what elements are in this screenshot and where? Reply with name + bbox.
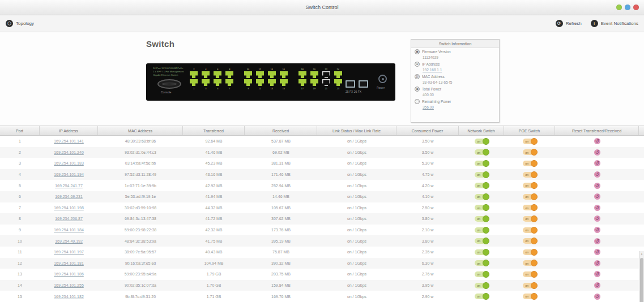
- reset-transferred-received-button[interactable]: ↺: [594, 215, 600, 222]
- ip-address-link[interactable]: 169.254.101.141: [54, 139, 84, 143]
- poe-switch-toggle[interactable]: on: [523, 139, 537, 144]
- network-switch-toggle[interactable]: on: [475, 216, 489, 222]
- info-item-value: 400.00: [423, 93, 496, 97]
- toggle-label: on: [477, 239, 481, 243]
- ip-address-link[interactable]: 169.254.241.77: [55, 184, 83, 188]
- info-item-total-power: ◉Total Power400.00: [411, 85, 499, 97]
- cell-received: 75.87 MB: [245, 247, 317, 258]
- ip-address-link[interactable]: 169.254.101.255: [54, 283, 84, 287]
- ip-address-link[interactable]: 169.254.69.231: [55, 195, 83, 199]
- cell-link-status: on / 1Gbps: [317, 202, 396, 214]
- reset-transferred-received-button[interactable]: ↺: [594, 294, 600, 300]
- poe-switch-toggle[interactable]: on: [523, 271, 537, 277]
- network-switch-toggle[interactable]: on: [475, 149, 489, 155]
- scroll-up-arrow[interactable]: ▲: [639, 251, 644, 256]
- network-switch-toggle[interactable]: on: [475, 238, 489, 244]
- poe-switch-toggle[interactable]: on: [523, 183, 537, 188]
- rj45-port-icon: [280, 71, 288, 78]
- ip-address-link[interactable]: 169.254.101.186: [54, 272, 84, 276]
- reset-transferred-received-button[interactable]: ↺: [594, 227, 600, 233]
- toggle-knob: [483, 293, 489, 300]
- ip-address-link[interactable]: 169.254.101.183: [54, 161, 84, 165]
- maximize-button[interactable]: [625, 5, 630, 10]
- ip-address-link[interactable]: 169.254.49.192: [55, 239, 83, 243]
- ip-address-link[interactable]: 169.254.101.181: [54, 261, 84, 265]
- poe-switch-toggle[interactable]: on: [523, 227, 537, 233]
- info-item-mac-address: @MAC Address33-03-b4-13-b5-f5: [411, 73, 499, 84]
- reset-transferred-received-button[interactable]: ↺: [594, 138, 600, 144]
- rj45-port-icon: [202, 79, 210, 86]
- cell-received: 173.76 MB: [245, 225, 317, 236]
- poe-switch-toggle[interactable]: on: [523, 194, 537, 200]
- network-switch-toggle[interactable]: on: [475, 294, 489, 299]
- network-switch-toggle[interactable]: on: [475, 161, 489, 166]
- ip-address-link[interactable]: 169.254.101.182: [54, 295, 84, 299]
- reset-transferred-received-button[interactable]: ↺: [594, 271, 600, 277]
- poe-switch-toggle[interactable]: on: [523, 249, 537, 255]
- reset-transferred-received-button[interactable]: ↺: [594, 183, 600, 189]
- poe-switch-toggle[interactable]: on: [523, 238, 537, 244]
- network-switch-toggle[interactable]: on: [475, 283, 489, 288]
- poe-switch-toggle[interactable]: on: [523, 161, 537, 166]
- toggle-knob: [483, 149, 489, 156]
- topology-button[interactable]: ⬡ Topology: [6, 20, 34, 27]
- event-notifications-button[interactable]: i Event Notifications: [591, 20, 638, 27]
- reset-transferred-received-button[interactable]: ↺: [594, 260, 600, 266]
- minimize-button[interactable]: [616, 5, 622, 10]
- reset-transferred-received-button[interactable]: ↺: [594, 149, 600, 156]
- refresh-button[interactable]: ⟳ Refresh: [556, 20, 582, 27]
- network-switch-toggle[interactable]: on: [475, 271, 489, 277]
- toggle-label: on: [477, 162, 481, 165]
- switch-information-panel: Switch Information ▣Firmware Version1112…: [411, 39, 500, 123]
- ip-address-link[interactable]: 169.254.101.197: [54, 250, 84, 254]
- vertical-scrollbar[interactable]: ▲: [639, 251, 644, 302]
- reset-transferred-received-button[interactable]: ↺: [594, 238, 600, 244]
- reset-transferred-received-button[interactable]: ↺: [594, 160, 600, 166]
- network-switch-toggle[interactable]: on: [475, 227, 489, 233]
- rj45-port-icon: [225, 79, 233, 86]
- toggle-knob: [531, 149, 538, 156]
- close-button[interactable]: [633, 5, 639, 10]
- reset-transferred-received-button[interactable]: ↺: [594, 282, 600, 288]
- network-switch-toggle[interactable]: on: [475, 194, 489, 200]
- network-switch-toggle[interactable]: on: [475, 260, 489, 266]
- ip-address-link[interactable]: 169.254.101.198: [54, 206, 84, 210]
- poe-switch-toggle[interactable]: on: [523, 149, 537, 155]
- info-item-value[interactable]: 356.00: [423, 105, 496, 109]
- rj45-port-icon: [280, 79, 288, 86]
- network-switch-toggle[interactable]: on: [475, 139, 489, 144]
- poe-switch-toggle[interactable]: on: [523, 294, 537, 299]
- console-label: Console: [161, 90, 171, 94]
- network-switch-toggle[interactable]: on: [475, 172, 489, 178]
- reset-transferred-received-button[interactable]: ↺: [594, 193, 600, 200]
- network-switch-toggle[interactable]: on: [475, 205, 489, 210]
- scrollbar-thumb[interactable]: [640, 258, 643, 302]
- reset-transferred-received-button[interactable]: ↺: [594, 205, 600, 211]
- info-item-value: 11124029: [423, 55, 496, 59]
- info-item-value[interactable]: 192.168.1.1: [423, 68, 496, 72]
- port-number-bottom: 23: [337, 87, 339, 90]
- cell-transferred: 42.32 MB: [183, 225, 245, 236]
- ip-address-link[interactable]: 169.254.206.87: [55, 217, 83, 221]
- port-number-top: 12: [259, 68, 261, 71]
- poe-switch-toggle[interactable]: on: [523, 205, 537, 210]
- toggle-knob: [531, 193, 538, 200]
- cell-consumed-power: 3.95 w: [396, 280, 459, 291]
- info-item-remaining-power: ▭Remaining Power356.00: [411, 98, 499, 109]
- poe-switch-toggle[interactable]: on: [523, 172, 537, 178]
- poe-switch-toggle[interactable]: on: [523, 283, 537, 288]
- reset-transferred-received-button[interactable]: ↺: [594, 171, 600, 178]
- table-row: 12169.254.101.1819b:16:ba:3f:e5:ed104.94…: [0, 258, 644, 269]
- cell-transferred: 45.23 MB: [183, 158, 245, 169]
- ip-address-link[interactable]: 169.254.101.194: [54, 172, 84, 176]
- network-switch-toggle[interactable]: on: [475, 183, 489, 188]
- ip-address-link[interactable]: 169.254.101.184: [54, 228, 84, 232]
- network-switch-toggle[interactable]: on: [475, 249, 489, 255]
- reset-transferred-received-button[interactable]: ↺: [594, 249, 600, 255]
- ip-address-link[interactable]: 169.254.101.240: [54, 150, 84, 154]
- rj45-port-icon: [298, 79, 306, 86]
- cell-ip: 169.254.101.240: [40, 147, 98, 158]
- poe-switch-toggle[interactable]: on: [523, 260, 537, 266]
- toggle-label: on: [526, 217, 529, 221]
- poe-switch-toggle[interactable]: on: [523, 216, 537, 222]
